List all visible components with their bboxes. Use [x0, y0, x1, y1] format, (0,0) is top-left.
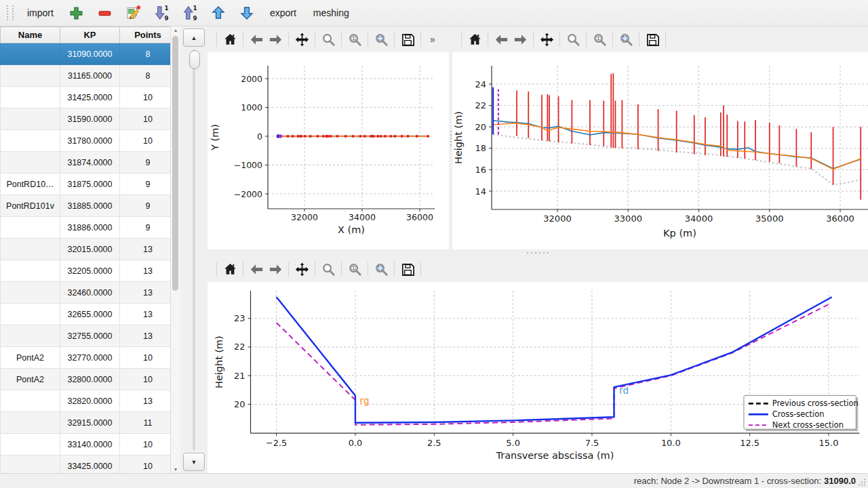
plan-view-plot[interactable]: 320003400036000−2000−1000010002000X (m)Y…	[208, 52, 449, 249]
table-row[interactable]: 31165.00008	[1, 65, 176, 87]
table-scroll-up-icon[interactable]: ▲	[171, 26, 180, 35]
table-row[interactable]: 32915.000011	[1, 412, 176, 434]
cell-kp[interactable]: 32915.0000	[60, 412, 120, 434]
zoom-button[interactable]	[564, 29, 583, 49]
cell-name[interactable]: PontA2	[1, 369, 60, 390]
table-row[interactable]: 31590.000010	[1, 108, 176, 130]
column-header-name[interactable]: Name	[1, 27, 60, 43]
cell-kp[interactable]: 32015.0000	[60, 239, 120, 260]
cell-name[interactable]	[1, 65, 60, 87]
cell-kp[interactable]: 31090.0000	[60, 43, 120, 65]
column-header-points[interactable]: Points	[120, 27, 176, 43]
scroll-up-button[interactable]: ▲	[183, 28, 205, 47]
cell-kp[interactable]: 32800.0000	[60, 369, 120, 390]
table-row[interactable]: 31874.00009	[1, 152, 176, 174]
cell-kp[interactable]: 32655.0000	[60, 304, 120, 325]
cell-points[interactable]: 10	[120, 434, 176, 455]
cell-name[interactable]	[1, 412, 60, 434]
meshing-button[interactable]: meshing	[310, 5, 353, 20]
cell-points[interactable]: 9	[120, 195, 176, 217]
table-row[interactable]: 32015.000013	[1, 239, 176, 260]
table-row[interactable]: 31886.00009	[1, 217, 176, 239]
cell-kp[interactable]: 33425.0000	[60, 455, 120, 474]
cell-name[interactable]	[1, 108, 60, 130]
edit-cross-section-button[interactable]	[124, 4, 142, 22]
table-row[interactable]: 31090.00008	[1, 43, 176, 65]
forward-button[interactable]	[266, 29, 285, 49]
cell-points[interactable]: 13	[120, 282, 176, 304]
home-button[interactable]	[220, 259, 239, 279]
cell-kp[interactable]: 31780.0000	[60, 130, 120, 152]
pan-button[interactable]	[537, 29, 556, 49]
zoom-rect-button[interactable]	[616, 29, 635, 49]
cell-points[interactable]: 13	[120, 390, 176, 412]
table-row[interactable]: 32820.000013	[1, 390, 176, 412]
table-row[interactable]: 33140.000010	[1, 434, 176, 455]
import-button[interactable]: import	[24, 5, 57, 20]
forward-button[interactable]	[266, 259, 285, 279]
cell-name[interactable]	[1, 390, 60, 412]
cell-points[interactable]: 13	[120, 325, 176, 347]
cell-kp[interactable]: 32460.0000	[60, 282, 120, 304]
cell-name[interactable]: PontA2	[1, 347, 60, 369]
zoom-one-button[interactable]: 1	[345, 259, 364, 279]
cell-points[interactable]: 11	[120, 412, 176, 434]
column-header-kp[interactable]: KP	[60, 27, 120, 43]
cell-points[interactable]: 13	[120, 239, 176, 260]
export-button[interactable]: export	[267, 5, 300, 20]
cell-name[interactable]	[1, 455, 60, 474]
forward-button[interactable]	[511, 29, 530, 49]
cell-name[interactable]	[1, 260, 60, 282]
zoom-rect-button[interactable]	[372, 29, 391, 49]
cross-section-plot[interactable]: −2.50.02.55.07.510.012.515.020212223Tran…	[208, 282, 868, 473]
sort-descending-button[interactable]: 1 9	[153, 4, 171, 22]
cell-points[interactable]: 10	[120, 347, 176, 369]
cell-name[interactable]: PontRD10…	[1, 174, 60, 195]
cell-kp[interactable]: 31885.0000	[60, 195, 120, 217]
back-button[interactable]	[247, 259, 266, 279]
table-row[interactable]: PontRD101v31885.00009	[1, 195, 176, 217]
cell-name[interactable]	[1, 239, 60, 260]
move-down-button[interactable]	[238, 4, 256, 22]
cell-points[interactable]: 10	[120, 130, 176, 152]
cell-name[interactable]	[1, 282, 60, 304]
table-row[interactable]: 32755.000013	[1, 325, 176, 347]
cell-kp[interactable]: 32755.0000	[60, 325, 120, 347]
table-scrollbar[interactable]: ▲ ▼	[170, 26, 180, 473]
table-row[interactable]: 33425.000010	[1, 455, 176, 474]
home-button[interactable]	[220, 29, 239, 49]
cell-kp[interactable]: 32205.0000	[60, 260, 120, 282]
table-row[interactable]: PontA232800.000010	[1, 369, 176, 390]
scrollbar-track[interactable]	[184, 49, 204, 451]
save-button[interactable]	[643, 29, 662, 49]
cell-kp[interactable]: 31875.0000	[60, 174, 120, 195]
cell-name[interactable]	[1, 87, 60, 108]
table-row[interactable]: 32205.000013	[1, 260, 176, 282]
save-button[interactable]	[398, 29, 417, 49]
zoom-button[interactable]	[319, 29, 338, 49]
sort-ascending-button[interactable]: 1 9	[181, 4, 199, 22]
cell-kp[interactable]: 32820.0000	[60, 390, 120, 412]
zoom-button[interactable]	[319, 259, 338, 279]
scrollbar-thumb[interactable]	[189, 50, 200, 69]
scroll-down-button[interactable]: ▼	[183, 453, 205, 471]
pan-button[interactable]	[292, 259, 311, 279]
cell-points[interactable]: 9	[120, 174, 176, 195]
remove-cross-section-button[interactable]	[96, 4, 114, 22]
table-scroll-down-icon[interactable]: ▼	[171, 466, 180, 473]
cell-points[interactable]: 8	[120, 65, 176, 87]
cell-points[interactable]: 10	[120, 87, 176, 108]
table-row[interactable]: PontRD10…31875.00009	[1, 174, 176, 195]
move-up-button[interactable]	[210, 4, 228, 22]
table-scrollbar-thumb[interactable]	[172, 36, 178, 291]
table-row[interactable]: PontA232770.000010	[1, 347, 176, 369]
zoom-rect-button[interactable]	[372, 259, 391, 279]
cell-kp[interactable]: 33140.0000	[60, 434, 120, 455]
cell-name[interactable]	[1, 217, 60, 239]
table-row[interactable]: 32460.000013	[1, 282, 176, 304]
zoom-one-button[interactable]: 1	[345, 29, 364, 49]
back-button[interactable]	[247, 29, 266, 49]
cell-points[interactable]: 10	[120, 369, 176, 390]
cell-name[interactable]	[1, 325, 60, 347]
profile-plot[interactable]: 3200033000340003500036000141618202224Kp …	[452, 52, 868, 249]
